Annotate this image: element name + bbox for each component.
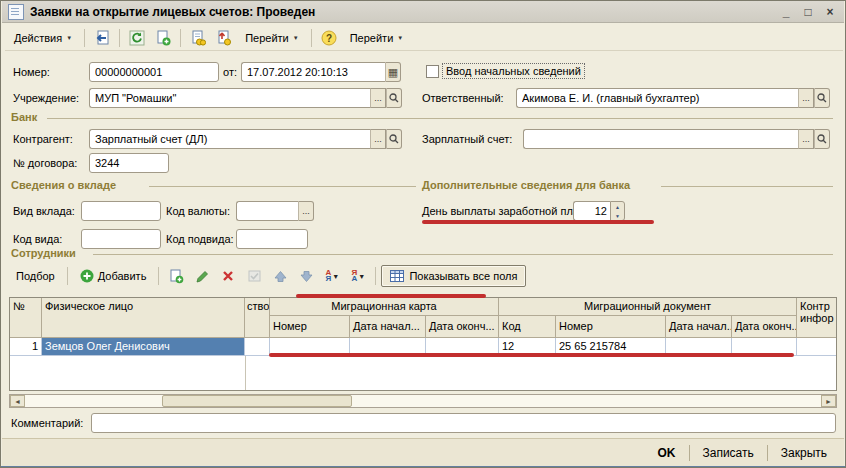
move-up-button[interactable] [268, 264, 292, 288]
subkind-code-label: Код подвида: [166, 233, 234, 245]
end-edit-button[interactable] [242, 264, 266, 288]
save-button[interactable]: Записать [694, 442, 763, 464]
col-header-contact-truncated[interactable]: Контр инфор [797, 298, 836, 338]
institution-ellipsis-button[interactable]: ... [370, 88, 386, 108]
sort-asc-icon: АЯ [326, 270, 332, 282]
refresh-icon [129, 30, 145, 46]
row-cell-person-selected[interactable]: Земцов Олег Денисович [42, 338, 245, 356]
comment-input[interactable] [91, 413, 836, 433]
col-header-mk-date-end[interactable]: Дата оконч... [426, 316, 499, 338]
col-header-md-date-end[interactable]: Дата оконч... [732, 316, 797, 338]
edit-row-button[interactable] [190, 264, 214, 288]
refresh-button[interactable] [125, 26, 149, 50]
maximize-button[interactable]: □ [800, 4, 816, 20]
toolbar-separator [119, 29, 120, 47]
post-document-button[interactable] [186, 26, 210, 50]
spin-up-button[interactable]: ▲ [611, 202, 624, 211]
scroll-right-button[interactable]: ► [821, 395, 836, 407]
spin-down-button[interactable]: ▼ [611, 211, 624, 220]
copy-row-button[interactable] [164, 264, 188, 288]
salary-account-search-button[interactable] [814, 129, 830, 149]
contract-number-input[interactable] [89, 153, 169, 173]
deposit-kind-field-wrap [81, 201, 161, 221]
ellipsis-icon: ... [802, 93, 810, 103]
magnifier-icon [817, 93, 827, 103]
col-header-md-number[interactable]: Номер [556, 316, 666, 338]
delete-row-button[interactable] [216, 264, 240, 288]
bank-group-title: Банк [11, 111, 37, 123]
add-row-button[interactable]: Добавить [73, 266, 154, 286]
employees-toolbar: Подбор Добавить [9, 263, 837, 289]
number-input[interactable] [89, 62, 219, 82]
calendar-icon: ▦ [388, 66, 398, 79]
contractor-field-wrap: ... [89, 129, 402, 149]
contractor-input[interactable] [89, 129, 370, 149]
initial-info-checkbox-label[interactable]: Ввод начальных сведений [442, 63, 585, 79]
calendar-button[interactable]: ▦ [385, 62, 401, 82]
col-header-mk-date-start[interactable]: Дата начал... [350, 316, 426, 338]
deposit-kind-input[interactable] [81, 201, 161, 221]
goto-menu-button[interactable]: Перейти ▼ [238, 29, 306, 47]
salary-day-spin-buttons: ▲ ▼ [610, 201, 625, 221]
reread-button[interactable] [90, 26, 114, 50]
contractor-search-button[interactable] [386, 129, 402, 149]
ellipsis-icon: ... [302, 206, 310, 216]
date-input[interactable] [241, 62, 385, 82]
copy-document-button[interactable] [151, 26, 175, 50]
document-plus-icon [155, 30, 171, 46]
goto2-menu-button[interactable]: Перейти ▼ [343, 29, 411, 47]
salary-day-input[interactable] [573, 201, 610, 221]
date-field-wrap: ▦ [241, 62, 401, 82]
sort-ascending-button[interactable]: АЯ ▼ [320, 264, 344, 288]
sort-descending-button[interactable]: ЯА ▼ [346, 264, 370, 288]
arrow-down-icon [300, 270, 313, 283]
group-header-migration-doc[interactable]: Миграционный документ [499, 298, 797, 316]
titlebar[interactable]: Заявки на открытие лицевых счетов: Прове… [2, 1, 844, 23]
responsible-search-button[interactable] [814, 88, 830, 108]
col-header-citizenship-truncated[interactable]: ство [245, 298, 270, 338]
spin-up-icon: ▲ [615, 204, 620, 210]
minimize-button[interactable]: _ [778, 4, 794, 20]
row-cell-citizenship[interactable] [245, 338, 270, 356]
currency-code-ellipsis-button[interactable]: ... [298, 201, 314, 221]
ok-button[interactable]: OK [649, 442, 685, 464]
institution-input[interactable] [89, 88, 370, 108]
kind-code-input[interactable] [81, 229, 161, 249]
chevron-down-icon: ▼ [397, 35, 403, 41]
initial-info-checkbox[interactable] [426, 65, 439, 78]
pick-button[interactable]: Подбор [9, 267, 62, 285]
deposit-kind-label: Вид вклада: [13, 205, 75, 217]
close-form-button[interactable]: Закрыть [772, 442, 836, 464]
move-down-button[interactable] [294, 264, 318, 288]
salary-account-ellipsis-button[interactable]: ... [798, 129, 814, 149]
col-header-mk-number[interactable]: Номер [270, 316, 350, 338]
salary-account-input[interactable] [523, 129, 798, 149]
scroll-left-button[interactable]: ◄ [10, 395, 25, 407]
actions-menu-button[interactable]: Действия ▼ [7, 29, 79, 47]
group-header-migration-card[interactable]: Миграционная карта [270, 298, 499, 316]
spin-down-icon: ▼ [615, 213, 620, 219]
col-header-num[interactable]: № [10, 298, 42, 338]
scrollbar-thumb[interactable] [162, 395, 352, 407]
row-cell-contact[interactable] [797, 338, 836, 356]
unpost-document-button[interactable] [212, 26, 236, 50]
subkind-code-input[interactable] [236, 229, 308, 249]
col-header-md-code[interactable]: Код [499, 316, 556, 338]
show-all-fields-button[interactable]: Показывать все поля [381, 265, 526, 287]
number-label: Номер: [13, 66, 50, 78]
close-button[interactable]: × [822, 4, 838, 20]
table-horizontal-scrollbar[interactable]: ◄ ► [9, 394, 837, 408]
currency-code-input[interactable] [236, 201, 298, 221]
col-header-person[interactable]: Физическое лицо [42, 298, 245, 338]
help-button[interactable]: ? [317, 26, 341, 50]
institution-search-button[interactable] [386, 88, 402, 108]
contract-number-field-wrap [89, 153, 169, 173]
kind-code-field-wrap [81, 229, 161, 249]
toolbar-separator [375, 267, 376, 285]
col-header-md-date-start[interactable]: Дата начал... [666, 316, 732, 338]
responsible-label: Ответственный: [422, 92, 504, 104]
responsible-ellipsis-button[interactable]: ... [798, 88, 814, 108]
contractor-ellipsis-button[interactable]: ... [370, 129, 386, 149]
row-cell-index[interactable]: 1 [10, 338, 42, 356]
responsible-input[interactable] [516, 88, 798, 108]
